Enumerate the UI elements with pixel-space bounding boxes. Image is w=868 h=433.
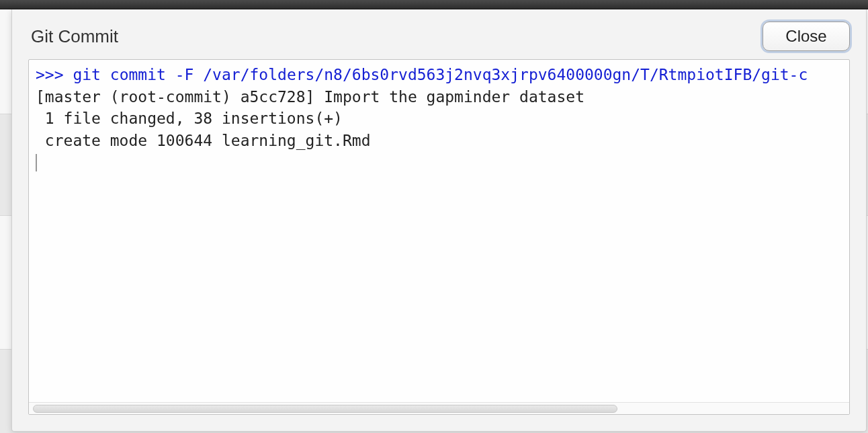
console-output[interactable]: >>> git commit -F /var/folders/n8/6bs0rv…: [29, 60, 849, 402]
console-line: 1 file changed, 38 insertions(+): [36, 110, 343, 127]
console-prompt: >>>: [36, 66, 73, 83]
text-cursor: [36, 154, 37, 171]
window-title-bar: RStudio: Review Changes: [0, 0, 868, 9]
console-line: create mode 100644 learning_git.Rmd: [36, 132, 371, 149]
console-command: git commit -F /var/folders/n8/6bs0rvd563…: [73, 66, 808, 83]
dialog-title: Git Commit: [31, 26, 118, 47]
console-line: [master (root-commit) a5cc728] Import th…: [36, 88, 584, 106]
console-panel: >>> git commit -F /var/folders/n8/6bs0rv…: [28, 59, 850, 415]
git-commit-dialog: Git Commit Close >>> git commit -F /var/…: [11, 9, 867, 432]
dialog-header: Git Commit Close: [12, 9, 866, 56]
horizontal-scrollbar[interactable]: [29, 402, 849, 414]
close-button[interactable]: Close: [763, 22, 850, 51]
scrollbar-thumb[interactable]: [33, 405, 617, 413]
